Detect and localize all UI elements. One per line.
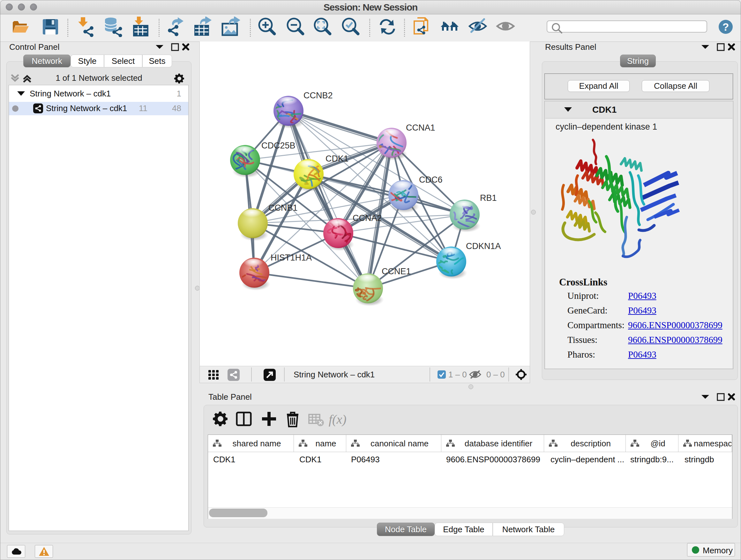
svg-text:CCNA1: CCNA1 xyxy=(406,123,435,132)
svg-text:1 – 0: 1 – 0 xyxy=(448,370,467,379)
svg-text:RB1: RB1 xyxy=(480,193,497,203)
svg-text:CDC25B: CDC25B xyxy=(261,141,295,150)
svg-text:String Network – cdk1: String Network – cdk1 xyxy=(293,370,375,379)
svg-text:HIST1H1A: HIST1H1A xyxy=(271,253,312,262)
svg-text:?: ? xyxy=(723,21,729,33)
svg-text:CDK1: CDK1 xyxy=(326,154,348,164)
svg-text:CCNE1: CCNE1 xyxy=(382,266,411,276)
svg-text:CCNB2: CCNB2 xyxy=(304,91,333,100)
svg-text:0 – 0: 0 – 0 xyxy=(486,370,505,379)
svg-text:CDKN1A: CDKN1A xyxy=(466,241,501,251)
svg-text:CDC6: CDC6 xyxy=(419,175,443,185)
svg-text:CCNA2: CCNA2 xyxy=(353,213,382,223)
svg-text:CCNB1: CCNB1 xyxy=(268,203,298,212)
